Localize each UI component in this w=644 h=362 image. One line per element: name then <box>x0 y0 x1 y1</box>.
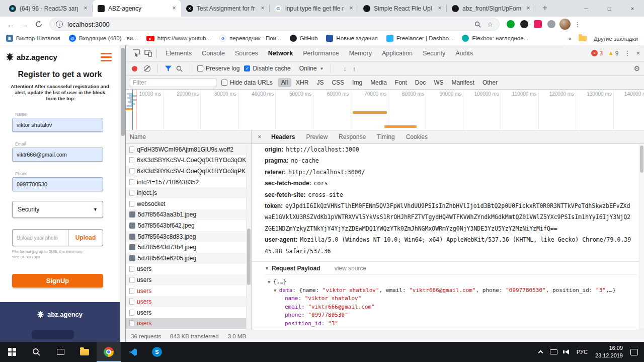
clock[interactable]: 16:09 23.12.2019 <box>595 344 623 360</box>
tab-close-icon[interactable] <box>524 5 532 13</box>
payload-line[interactable]: phone: "0997780530" <box>265 311 637 320</box>
browser-tab[interactable]: Test Assignment for fro... <box>181 0 270 17</box>
scrollbar-thumb[interactable] <box>640 146 643 173</box>
request-row[interactable]: users <box>126 307 251 318</box>
import-har-icon[interactable]: ↓ <box>343 65 347 73</box>
header-line[interactable]: referer:http://localhost:3000/ <box>265 167 632 178</box>
request-row[interactable]: info?t=1577106438352 <box>126 177 251 188</box>
extension-icon-pink[interactable] <box>534 20 542 28</box>
devtools-tab[interactable]: Audits <box>450 45 478 61</box>
hamburger-menu-icon[interactable] <box>101 53 112 61</box>
extension-icon-green[interactable] <box>507 20 515 28</box>
bookmark-item[interactable]: переводчик - Пои... <box>219 35 281 42</box>
text-input[interactable]: viktor shatalov <box>12 118 103 132</box>
details-tab[interactable]: Response <box>333 130 371 143</box>
request-payload-title[interactable]: Request Payload <box>272 265 320 272</box>
console-warnings-badge[interactable]: ▲ 9 <box>608 50 619 57</box>
new-tab-button[interactable]: + <box>538 2 551 15</box>
request-row[interactable]: 5d7f85643bf642.jpeg <box>126 220 251 231</box>
network-overview-timeline[interactable]: 10000 ms20000 ms30000 ms40000 ms50000 ms… <box>126 90 644 130</box>
browser-tab[interactable]: Simple React File Uploa... <box>358 0 447 17</box>
details-tab[interactable]: Headers <box>266 130 300 143</box>
preserve-log-checkbox[interactable]: Preserve log <box>197 65 239 72</box>
page-info-icon[interactable]: i <box>56 21 63 28</box>
filter-pill[interactable]: Img <box>349 78 366 87</box>
window-maximize-button[interactable]: □ <box>598 0 621 17</box>
request-row[interactable]: 6xK3dSBYKcSV-LCoeQqfX1RYOo3qOK7 <box>126 155 251 166</box>
clear-button[interactable] <box>144 65 150 72</box>
action-center-icon[interactable] <box>630 349 638 355</box>
bookmark-item[interactable]: GitHub <box>290 35 318 42</box>
vscode-taskbar-button[interactable] <box>121 342 145 362</box>
network-settings-gear-icon[interactable]: ⚙ <box>633 64 640 73</box>
filter-pill[interactable]: All <box>278 78 291 87</box>
position-select[interactable]: Security ▼ <box>12 201 103 218</box>
hide-data-urls-checkbox[interactable]: Hide data URLs <box>221 79 273 86</box>
filter-pill[interactable]: Media <box>367 78 390 87</box>
other-bookmarks-label[interactable]: Другие закладки <box>594 36 638 42</box>
window-minimize-button[interactable]: ─ <box>575 0 598 17</box>
bookmark-item[interactable]: Freelancer | Dashbo... <box>386 35 454 42</box>
scrollbar-thumb[interactable] <box>247 229 251 285</box>
devtools-menu-icon[interactable]: ⋮ <box>624 49 630 57</box>
upload-button[interactable]: Upload <box>68 229 103 246</box>
devtools-tab[interactable]: Network <box>263 45 298 61</box>
browser-tab[interactable]: ABZ-agency <box>93 0 181 17</box>
request-row[interactable]: 5d7f85643d73b4.jpeg <box>126 242 251 253</box>
payload-line[interactable]: position_id: "3" <box>265 320 637 328</box>
text-input[interactable]: 0997780530 <box>12 177 103 191</box>
disable-cache-checkbox[interactable]: ✓ Disable cache <box>244 65 290 72</box>
devtools-tab[interactable]: Elements <box>160 45 197 61</box>
request-row[interactable]: users <box>126 296 251 307</box>
request-row[interactable]: users <box>126 274 251 285</box>
request-row[interactable]: 5d7f85643aa3b1.jpeg <box>126 209 251 221</box>
devtools-tab[interactable]: Application <box>377 45 418 61</box>
display-icon[interactable] <box>550 349 557 354</box>
browser-tab[interactable]: (64) 96 - ReactJS загру... <box>4 0 93 17</box>
throttling-dropdown[interactable]: Online ▼ <box>299 65 324 72</box>
details-tab[interactable]: Timing <box>371 130 400 143</box>
console-errors-badge[interactable]: × 3 <box>591 50 603 57</box>
search-icon[interactable] <box>176 65 183 72</box>
checkbox-unchecked[interactable] <box>221 80 227 86</box>
signup-button[interactable]: SignUp <box>12 274 103 287</box>
upload-filename-field[interactable]: Upload yuor photo <box>12 229 68 246</box>
site-logo[interactable]: abz.agency <box>6 52 57 61</box>
request-row[interactable]: users <box>126 285 251 297</box>
taskbar-search-button[interactable] <box>24 342 48 362</box>
filter-pill[interactable]: XHR <box>292 78 312 87</box>
request-row[interactable]: qFdH35WCmI96Ajtm81GlU9s.woff2 <box>126 144 251 155</box>
header-line[interactable]: user-agent:Mozilla/5.0 (Windows NT 10.0;… <box>265 234 632 257</box>
filter-pill[interactable]: Doc <box>412 78 429 87</box>
language-indicator[interactable]: РУС <box>577 349 588 355</box>
zoom-icon[interactable] <box>474 21 481 28</box>
back-button[interactable]: ← <box>4 18 17 31</box>
filter-pill[interactable]: WS <box>430 78 447 87</box>
export-har-icon[interactable]: ↑ <box>353 65 356 73</box>
devtools-tab[interactable]: Performance <box>298 45 344 61</box>
file-explorer-button[interactable] <box>72 342 97 362</box>
extension-icon-gray[interactable] <box>547 20 555 28</box>
bookmark-item[interactable]: Новые задания <box>326 35 377 42</box>
tab-close-icon[interactable] <box>436 5 444 13</box>
bookmark-star-icon[interactable]: ☆ <box>487 21 493 28</box>
payload-line[interactable]: photo: null <box>265 328 637 330</box>
payload-line[interactable]: email: "viktr666@gmail.com" <box>265 303 637 312</box>
browser-tab[interactable]: input type file get file n... <box>270 0 358 17</box>
filter-funnel-icon[interactable] <box>165 65 172 71</box>
filter-pill[interactable]: CSS <box>328 78 348 87</box>
request-list-scrollbar[interactable] <box>246 144 251 330</box>
bookmarks-overflow-icon[interactable]: » <box>568 35 572 42</box>
tray-expand-icon[interactable] <box>538 350 543 355</box>
request-row[interactable]: websocket <box>126 198 251 209</box>
bookmark-item[interactable]: https://www.youtub... <box>146 35 211 41</box>
filter-pill[interactable]: Manifest <box>448 78 478 87</box>
footer-logo[interactable]: abz.agency <box>0 302 120 318</box>
page-scrollbar[interactable] <box>120 45 125 342</box>
filter-pill[interactable]: Other <box>479 78 501 87</box>
volume-icon[interactable] <box>565 349 569 354</box>
devtools-tab[interactable]: Console <box>197 45 230 61</box>
details-tab[interactable]: Cookies <box>400 130 433 143</box>
header-line[interactable]: pragma:no-cache <box>265 155 632 166</box>
task-view-button[interactable] <box>48 342 72 362</box>
